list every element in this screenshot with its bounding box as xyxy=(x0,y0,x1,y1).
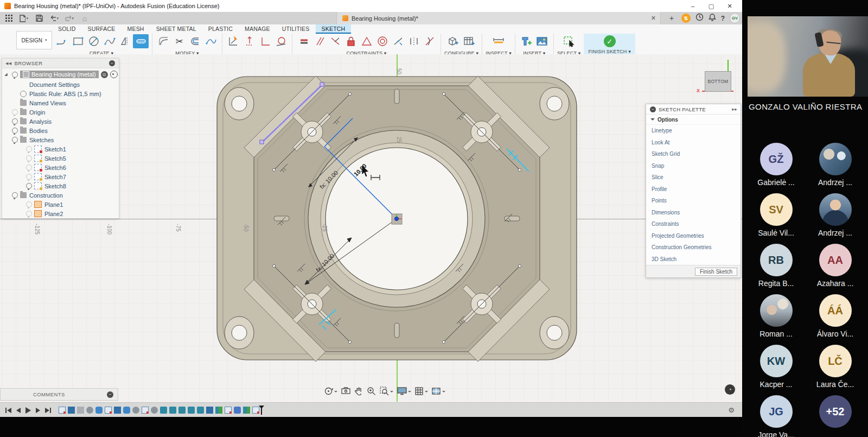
timeline-feature-icon[interactable] xyxy=(169,407,176,414)
equal-constraint-icon[interactable] xyxy=(296,34,311,48)
redo-icon[interactable]: ▾ xyxy=(65,14,74,23)
visibility-bulb-icon[interactable] xyxy=(12,72,18,78)
rectangle-tool-icon[interactable] xyxy=(70,34,86,48)
visibility-bulb-icon[interactable] xyxy=(26,174,32,180)
timeline-settings-gear-icon[interactable]: ⚙ xyxy=(728,406,735,414)
line-tool-icon[interactable] xyxy=(54,34,70,48)
close-button[interactable]: ✕ xyxy=(720,0,739,12)
ribbon-tab[interactable]: MANAGE xyxy=(239,24,276,34)
browser-tree-row[interactable]: Plastic Rule: ABS (1,5 mm) xyxy=(2,89,119,98)
skip-to-end-icon[interactable] xyxy=(45,408,51,413)
timeline-feature-icon[interactable] xyxy=(225,407,232,414)
expander-icon[interactable]: ◢ xyxy=(2,72,10,77)
timeline-feature-icon[interactable] xyxy=(86,407,93,414)
file-menu-icon[interactable]: ▾ xyxy=(20,14,28,23)
visibility-bulb-icon[interactable] xyxy=(26,146,32,152)
participant-tile[interactable]: JG Jorge Va... xyxy=(750,395,802,437)
browser-tree-row[interactable]: Sketch1 xyxy=(2,144,119,154)
ribbon-tab[interactable]: SHEET METAL xyxy=(150,24,202,34)
browser-tree-row[interactable]: Plane1 xyxy=(2,200,119,209)
step-forward-icon[interactable] xyxy=(36,408,40,413)
spline-tool-icon[interactable] xyxy=(101,34,117,48)
app-grid-icon[interactable] xyxy=(4,14,13,23)
browser-tree-row[interactable]: Named Views xyxy=(2,98,119,107)
grid-settings-icon[interactable] xyxy=(415,387,428,396)
palette-header[interactable]: − SKETCH PALETTE ▸▸ xyxy=(646,104,741,115)
browser-tree-row[interactable]: Sketch5 xyxy=(2,154,119,163)
timeline-feature-icon[interactable] xyxy=(206,407,213,414)
participant-tile[interactable]: Andrzej ... xyxy=(809,193,861,238)
browser-tree-row[interactable]: Plane2 xyxy=(2,209,119,218)
timeline-feature-icon[interactable] xyxy=(234,407,241,414)
undo-icon[interactable]: ▾ xyxy=(50,14,59,23)
participant-tile[interactable]: Andrzej ... xyxy=(809,143,861,187)
fillet-tool-icon[interactable] xyxy=(156,34,171,48)
timeline-feature-icon[interactable] xyxy=(105,407,112,414)
play-icon[interactable] xyxy=(25,407,31,414)
display-settings-icon[interactable] xyxy=(397,387,411,395)
visibility-bulb-icon[interactable] xyxy=(12,128,18,134)
insert-image-icon[interactable] xyxy=(534,34,550,48)
auto-dimension-icon[interactable] xyxy=(241,34,257,48)
participant-tile[interactable]: +52 xyxy=(809,395,861,437)
browser-tree-row[interactable]: Document Settings xyxy=(2,80,119,89)
offset-tool-icon[interactable] xyxy=(187,34,203,48)
timeline-feature-icon[interactable] xyxy=(215,407,222,414)
participant-tile[interactable]: GŽ Gabrielė ... xyxy=(750,143,802,187)
ribbon-tab[interactable]: PLASTIC xyxy=(202,24,239,34)
palette-options-icon[interactable]: − xyxy=(650,106,656,112)
parallel-constraint-icon[interactable] xyxy=(311,34,327,48)
timeline-feature-icon[interactable] xyxy=(114,407,121,414)
maximize-button[interactable]: ▢ xyxy=(702,0,720,12)
timeline-feature-icon[interactable] xyxy=(243,407,250,414)
history-clock-icon[interactable] xyxy=(695,13,704,23)
timeline-feature-icon[interactable] xyxy=(132,407,139,414)
timeline-feature-icon[interactable] xyxy=(123,407,130,414)
minimize-button[interactable]: – xyxy=(684,0,702,12)
design-dropdown[interactable]: DESIGN▾ xyxy=(16,31,52,49)
palette-options-section[interactable]: Options xyxy=(646,115,741,125)
save-icon[interactable] xyxy=(35,14,43,23)
document-tab-close-icon[interactable]: ✕ xyxy=(651,15,656,22)
timeline-feature-icon[interactable] xyxy=(77,407,84,414)
collapse-panel-icon[interactable]: ◀◀ xyxy=(5,61,12,66)
help-icon[interactable]: ? xyxy=(721,15,725,22)
visibility-bulb-icon[interactable] xyxy=(26,201,32,207)
collinear-constraint-icon[interactable] xyxy=(327,34,343,48)
presenter-video[interactable] xyxy=(748,16,868,97)
participant-tile[interactable]: SV Saulė Vil... xyxy=(750,193,802,238)
feedback-bubble-icon[interactable]: ◔ xyxy=(725,384,735,395)
document-tab[interactable]: Bearing Housing (metal)* ✕ xyxy=(336,12,661,24)
concentric-constraint-icon[interactable] xyxy=(374,34,390,48)
visibility-bulb-icon[interactable] xyxy=(12,137,18,143)
comments-bar[interactable]: COMMENTS − xyxy=(0,388,118,401)
slot-tool-icon-active[interactable] xyxy=(133,34,149,48)
palette-dock-icon[interactable]: ▸▸ xyxy=(732,106,737,112)
origin-marker[interactable] xyxy=(392,214,402,224)
participant-tile[interactable]: KW Kacper ... xyxy=(750,345,802,389)
curvature-constraint-icon[interactable] xyxy=(422,34,437,48)
timeline-feature-icon[interactable] xyxy=(197,407,204,414)
visibility-bulb-icon[interactable] xyxy=(12,118,18,124)
select-tool-icon[interactable] xyxy=(561,34,577,48)
participant-tile[interactable]: Roman ... xyxy=(750,294,802,339)
root-component-chip[interactable]: Bearing Housing (metal) xyxy=(20,71,99,78)
browser-tree-row[interactable]: Sketch7 xyxy=(2,172,119,181)
palette-finish-sketch-button[interactable]: Finish Sketch xyxy=(695,268,737,276)
sketch-dimension-icon[interactable] xyxy=(226,34,241,48)
browser-tree-row[interactable]: Sketches xyxy=(2,135,119,144)
timeline-feature-icon[interactable] xyxy=(151,407,158,414)
participant-tile[interactable]: RB Regita B... xyxy=(750,244,802,288)
timeline-feature-icon[interactable] xyxy=(160,407,167,414)
activate-component-icon[interactable] xyxy=(110,71,118,78)
visibility-bulb-icon[interactable] xyxy=(26,164,32,170)
participant-tile[interactable]: ÁÁ Álvaro Vi... xyxy=(809,294,861,339)
timeline-feature-icon[interactable] xyxy=(95,407,103,414)
browser-tree-row[interactable]: Analysis xyxy=(2,117,119,126)
midpoint-constraint-icon[interactable] xyxy=(390,34,406,48)
browser-options-icon[interactable]: − xyxy=(109,60,115,66)
visibility-bulb-icon[interactable] xyxy=(26,211,32,217)
comments-options-icon[interactable]: − xyxy=(107,391,113,398)
participant-tile[interactable]: AA Azahara ... xyxy=(809,244,861,288)
browser-tree-row[interactable]: Sketch8 xyxy=(2,181,119,191)
